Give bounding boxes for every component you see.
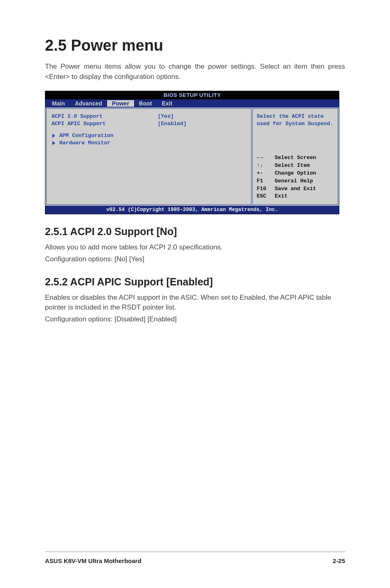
bios-title: BIOS SETUP UTILITY bbox=[45, 92, 339, 98]
key-row: ↑↓Select Item bbox=[257, 162, 334, 170]
bios-item-value: [Yes] bbox=[158, 113, 174, 120]
page-heading: 2.5 Power menu bbox=[45, 37, 345, 54]
page-footer: ASUS K8V-VM Ultra Motherboard 2-25 bbox=[45, 557, 345, 564]
bios-key-legend: ←→Select Screen ↑↓Select Item +-Change O… bbox=[257, 154, 334, 200]
bios-item-label: ACPI APIC Support bbox=[52, 120, 158, 128]
section-heading-251: 2.5.1 ACPI 2.0 Support [No] bbox=[45, 226, 345, 238]
footer-left: ASUS K8V-VM Ultra Motherboard bbox=[45, 557, 141, 564]
key-desc: Select Screen bbox=[275, 154, 316, 162]
bios-help-text: Select the ACPI state used for System Su… bbox=[257, 113, 334, 127]
key-key: F1 bbox=[257, 177, 275, 185]
key-desc: General Help bbox=[275, 177, 313, 185]
triangle-icon bbox=[52, 134, 55, 138]
footer-right: 2-25 bbox=[333, 557, 345, 564]
key-row: +-Change Option bbox=[257, 170, 334, 177]
bios-item-label: ACPI 2.0 Support bbox=[52, 113, 158, 120]
key-key: ESC bbox=[257, 193, 275, 200]
bios-tab-bar: Main Advanced Power Boot Exit bbox=[45, 99, 339, 108]
section-heading-252: 2.5.2 ACPI APIC Support [Enabled] bbox=[45, 276, 345, 288]
section-251-line2: Configuration options: [No] [Yes] bbox=[45, 254, 345, 265]
key-desc: Select Item bbox=[275, 162, 310, 170]
key-desc: Save and Exit bbox=[275, 185, 316, 193]
bios-item-value: [Enabled] bbox=[158, 120, 186, 128]
key-key: ↑↓ bbox=[257, 162, 275, 170]
section-251-line1: Allows you to add more tables for ACPI 2… bbox=[45, 242, 345, 253]
section-252-line2: Configuration options: [Disabled] [Enabl… bbox=[45, 314, 345, 325]
bios-item-acpi-apic: ACPI APIC Support [Enabled] bbox=[52, 120, 246, 128]
bios-tab-boot: Boot bbox=[134, 100, 157, 107]
bios-submenu-label: Hardware Monitor bbox=[59, 139, 110, 147]
bios-submenu-apm: APM Configuration bbox=[52, 132, 246, 139]
bios-body: ACPI 2.0 Support [Yes] ACPI APIC Support… bbox=[45, 108, 339, 206]
key-row: F1General Help bbox=[257, 177, 334, 185]
bios-tab-exit: Exit bbox=[157, 100, 177, 107]
bios-right-pane: Select the ACPI state used for System Su… bbox=[252, 108, 338, 205]
key-key: F10 bbox=[257, 185, 275, 193]
key-key: ←→ bbox=[257, 154, 275, 162]
footer-rule bbox=[45, 552, 345, 552]
bios-item-acpi20: ACPI 2.0 Support [Yes] bbox=[52, 113, 246, 120]
bios-tab-power: Power bbox=[107, 100, 134, 107]
intro-paragraph: The Power menu items allow you to change… bbox=[45, 62, 345, 82]
bios-footer: v02.54 (C)Copyright 1985-2003, American … bbox=[45, 206, 339, 214]
bios-submenu-label: APM Configuration bbox=[59, 132, 114, 139]
key-key: +- bbox=[257, 170, 275, 177]
key-row: ESCExit bbox=[257, 193, 334, 200]
spacer bbox=[52, 127, 246, 132]
section-252-line1: Enables or disables the ACPI support in … bbox=[45, 293, 345, 313]
bios-submenu-hwmonitor: Hardware Monitor bbox=[52, 139, 246, 147]
triangle-icon bbox=[52, 141, 55, 145]
bios-header: BIOS SETUP UTILITY bbox=[45, 91, 339, 99]
bios-tab-main: Main bbox=[47, 100, 70, 107]
key-row: F10Save and Exit bbox=[257, 185, 334, 193]
bios-tab-advanced: Advanced bbox=[70, 100, 107, 107]
key-desc: Change Option bbox=[275, 170, 316, 177]
key-desc: Exit bbox=[275, 193, 287, 200]
bios-left-pane: ACPI 2.0 Support [Yes] ACPI APIC Support… bbox=[46, 108, 251, 205]
bios-screenshot: BIOS SETUP UTILITY Main Advanced Power B… bbox=[45, 91, 339, 214]
key-row: ←→Select Screen bbox=[257, 154, 334, 162]
